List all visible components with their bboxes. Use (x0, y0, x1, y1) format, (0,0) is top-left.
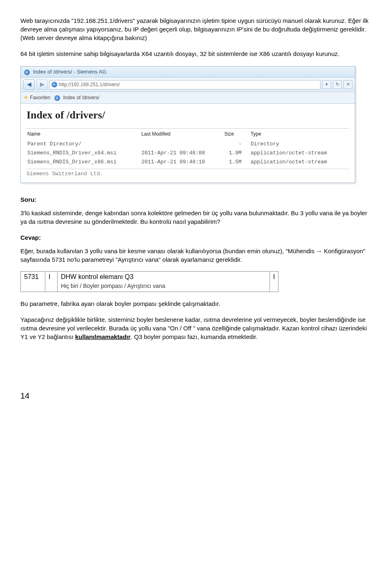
dropdown-button[interactable]: ▾ (322, 80, 331, 89)
divider (27, 169, 349, 169)
cevap-body: Eğer, burada kullanılan 3 yollu vana bir… (20, 247, 372, 264)
page-content: Index of /drivers/ Name Last Modified Si… (21, 104, 355, 183)
arrow-right-icon: ▶ (40, 80, 45, 89)
soru-label: Soru: (20, 195, 372, 204)
after2-part-c: . Q3 boyler pompası fazı, kumanda etmekt… (131, 333, 258, 340)
close-icon: ✕ (346, 81, 350, 87)
server-footer: Siemens Switzerland Ltd. (27, 170, 349, 178)
table-row: Siemens_RNDIS_Driver_x86.msi 2011-Apr-21… (27, 158, 348, 166)
refresh-button[interactable]: ↻ (333, 80, 342, 89)
forward-button[interactable]: ▶ (36, 79, 48, 90)
after-para-2: Yapacağınız değişiklikle birlikte, siste… (20, 315, 372, 341)
cell-name[interactable]: Siemens_RNDIS_Driver_x64.msi (27, 149, 140, 157)
window-title: Index of /drivers/ - Siemens AG (33, 69, 107, 75)
page-number: 14 (20, 390, 372, 401)
favorites-label[interactable]: ★ Favoriten (23, 94, 50, 102)
param-title: DHW kontrol elemanı Q3 (61, 273, 134, 280)
param-code: 5731 (21, 271, 45, 292)
soru-body: 3'lü kaskad sisteminde, denge kabından s… (20, 209, 372, 226)
cevap-label: Cevap: (20, 233, 372, 242)
after2-underlined: kullanılmamaktadır (75, 333, 131, 340)
refresh-icon: ↻ (336, 81, 339, 87)
param-desc: DHW kontrol elemanı Q3 Hiç biri / Boyler… (58, 271, 270, 292)
intro-paragraph-1: Web tarayıcınızda "192.168.251.1/drivers… (20, 16, 372, 42)
cell-name[interactable]: Siemens_RNDIS_Driver_x86.msi (27, 158, 140, 166)
address-bar[interactable]: e http://192.168.251.1/drivers/ (49, 80, 321, 89)
cell-size: - (225, 140, 250, 148)
back-button[interactable]: ◀ (23, 79, 35, 90)
cell-mod: 2011-Apr-21 09:48:10 (141, 158, 223, 166)
table-header-row: Name Last Modified Size Type (27, 131, 348, 139)
cell-name[interactable]: Parent Directory/ (27, 140, 140, 148)
col-modified: Last Modified (141, 131, 223, 139)
parameter-table: 5731 I DHW kontrol elemanı Q3 Hiç biri /… (20, 271, 278, 292)
table-row: Siemens_RNDIS_Driver_x64.msi 2011-Apr-21… (27, 149, 348, 157)
cell-mod (141, 140, 223, 148)
index-heading: Index of /drivers/ (27, 108, 349, 123)
star-icon: ★ (23, 94, 29, 100)
table-row: Parent Directory/ - Directory (27, 140, 348, 148)
page-icon: e (51, 82, 57, 87)
favorites-bar: ★ Favoriten e Index of /drivers/ (21, 92, 355, 104)
ie-logo-icon: e (24, 69, 30, 75)
window-titlebar: e Index of /drivers/ - Siemens AG (21, 67, 355, 78)
cell-size: 1.5M (225, 158, 250, 166)
browser-toolbar: ◀ ▶ e http://192.168.251.1/drivers/ ▾ ↻ … (21, 78, 355, 92)
chevron-down-icon: ▾ (325, 81, 328, 87)
cell-type: Directory (251, 140, 348, 148)
favorites-text: Favoriten (30, 95, 50, 100)
arrow-left-icon: ◀ (27, 80, 31, 89)
stop-button[interactable]: ✕ (343, 80, 352, 89)
param-options: Hiç biri / Boyler pompası / Ayrıştırıcı … (61, 283, 165, 289)
directory-listing: Name Last Modified Size Type Parent Dire… (27, 130, 349, 167)
tab-item[interactable]: e Index of /drivers/ (54, 94, 99, 101)
cell-mod: 2011-Apr-21 09:48:08 (141, 149, 223, 157)
param-blank: I (270, 271, 278, 292)
tab-label: Index of /drivers/ (63, 95, 100, 100)
tab-page-icon: e (54, 95, 60, 101)
param-flag: I (45, 271, 58, 292)
divider (27, 128, 349, 129)
col-type: Type (251, 131, 348, 139)
url-text: http://192.168.251.1/drivers/ (59, 81, 120, 88)
intro-paragraph-2: 64 bit işletim sistemine sahip bilgisaya… (20, 49, 372, 58)
param-row: 5731 I DHW kontrol elemanı Q3 Hiç biri /… (21, 271, 278, 292)
col-name: Name (27, 131, 140, 139)
browser-screenshot: e Index of /drivers/ - Siemens AG ◀ ▶ e … (20, 66, 355, 183)
cell-type: application/octet-stream (251, 149, 348, 157)
after-para-1: Bu parametre, fabrika ayarı olarak boyle… (20, 299, 372, 308)
col-size: Size (225, 131, 250, 139)
cell-type: application/octet-stream (251, 158, 348, 166)
cell-size: 1.9M (225, 149, 250, 157)
